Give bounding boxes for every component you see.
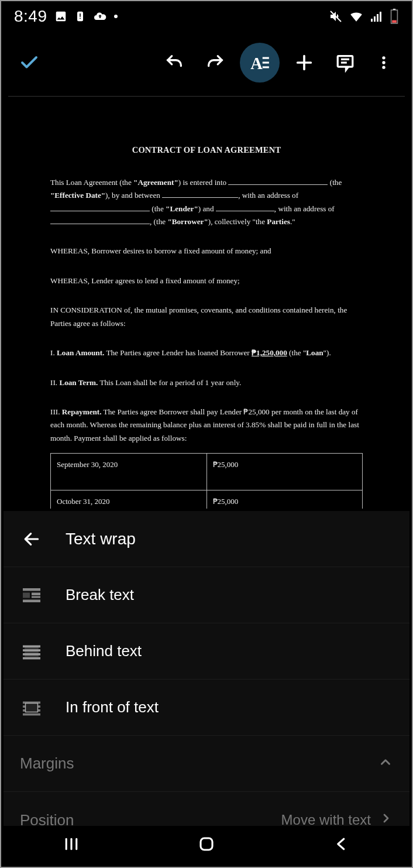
doc-whereas-2: WHEREAS, Lender agrees to lend a fixed a… [50,275,363,287]
option-in-front-of-text[interactable]: In front of text [4,680,409,736]
svg-text:A: A [250,54,263,73]
svg-rect-34 [23,645,40,647]
cloud-icon [93,9,107,23]
doc-section-2: II. Loan Term. This Loan shall be for a … [50,376,363,389]
table-row: October 31, 2020₱25,000 [51,490,363,509]
text-wrap-sheet: Text wrap Break text Behind text In fron… [4,511,409,826]
editor-toolbar: A [1,36,412,89]
svg-point-20 [382,56,385,59]
svg-rect-17 [338,56,353,67]
svg-rect-31 [32,596,40,598]
svg-rect-1 [80,13,81,17]
chevron-up-icon [378,754,393,773]
svg-rect-7 [380,12,381,22]
confirm-button[interactable] [13,46,46,79]
mute-icon [329,9,343,23]
doc-consideration: IN CONSIDERATION of, the mutual promises… [50,304,363,330]
svg-rect-13 [263,61,269,63]
option-label: Break text [66,586,134,604]
doc-intro-paragraph: This Loan Agreement (the "Agreement") is… [50,176,363,229]
svg-rect-10 [392,20,397,23]
option-behind-text[interactable]: Behind text [4,623,409,680]
option-label: In front of text [66,698,159,716]
redo-button[interactable] [199,46,232,79]
table-row: September 30, 2020₱25,000 [51,454,363,490]
menu-button[interactable] [367,46,400,79]
format-button[interactable]: A [240,43,280,83]
svg-rect-5 [374,16,376,22]
image-icon [54,10,67,23]
system-nav-bar [4,826,409,864]
home-button[interactable] [198,835,215,855]
doc-section-1: I. Loan Amount. The Parties agree Lender… [50,346,363,359]
recents-button[interactable] [63,835,80,855]
svg-rect-42 [26,703,38,712]
svg-rect-4 [371,19,373,22]
comment-button[interactable] [329,46,362,79]
svg-rect-32 [23,599,40,602]
signal-icon [370,9,384,23]
behind-text-icon [20,641,43,662]
svg-point-22 [382,66,385,68]
toolbar-divider [8,96,405,97]
svg-rect-12 [263,57,269,59]
status-clock: 8:49 [14,7,47,26]
alert-icon [74,11,86,22]
svg-rect-6 [377,14,378,22]
svg-rect-30 [32,592,40,595]
svg-rect-35 [23,649,40,651]
svg-rect-29 [23,592,30,598]
svg-rect-36 [23,653,40,656]
in-front-of-text-icon [20,697,43,718]
doc-section-3: III. Repayment. The Parties agree Borrow… [50,406,363,445]
svg-rect-46 [201,838,212,850]
insert-button[interactable] [288,46,321,79]
margins-row: Margins [4,736,409,792]
back-nav-button[interactable] [333,835,350,855]
sheet-header: Text wrap [4,511,409,567]
dot-icon [114,15,118,18]
status-bar: 8:49 [1,1,412,32]
svg-rect-28 [23,588,40,591]
svg-rect-37 [23,657,40,659]
svg-rect-41 [23,713,40,715]
doc-whereas-1: WHEREAS, Borrower desires to borrow a fi… [50,245,363,258]
option-break-text[interactable]: Break text [4,567,409,623]
margins-label: Margins [20,754,74,773]
undo-button[interactable] [158,46,191,79]
document-canvas[interactable]: CONTRACT OF LOAN AGREEMENT This Loan Agr… [4,98,409,509]
back-button[interactable] [20,530,43,548]
svg-point-21 [382,61,385,64]
wifi-icon [349,9,364,24]
doc-title: CONTRACT OF LOAN AGREEMENT [50,143,363,157]
svg-rect-2 [80,18,81,19]
option-label: Behind text [66,642,142,660]
repayment-table: September 30, 2020₱25,000 October 31, 20… [50,453,363,509]
sheet-title: Text wrap [66,530,136,548]
svg-rect-14 [263,66,269,68]
break-text-icon [20,585,43,606]
battery-icon [390,9,399,24]
